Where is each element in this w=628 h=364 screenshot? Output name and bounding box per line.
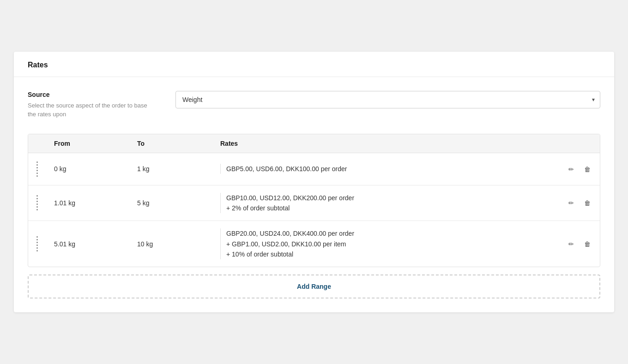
source-section: Source Select the source aspect of the o…: [28, 91, 600, 119]
edit-button[interactable]: [567, 197, 576, 209]
rates-value: GBP5.00, USD6.00, DKK100.00 per order: [220, 164, 556, 174]
pencil-icon: [568, 199, 574, 207]
trash-icon: [584, 199, 591, 207]
row-actions: [556, 197, 592, 209]
col-header-drag: [36, 140, 54, 147]
to-value: 10 kg: [137, 240, 220, 248]
rates-card: Rates Source Select the source aspect of…: [14, 52, 614, 313]
table-row: 5.01 kg 10 kg GBP20.00, USD24.00, DKK400…: [28, 221, 600, 267]
rate-line-1: GBP20.00, USD24.00, DKK400.00 per order: [226, 230, 354, 237]
from-value: 5.01 kg: [54, 240, 137, 248]
col-header-to: To: [137, 140, 220, 147]
source-select[interactable]: Weight Price Quantity Volume: [175, 91, 600, 108]
row-actions: [556, 238, 592, 250]
from-value: 0 kg: [54, 165, 137, 173]
rate-line-1: GBP5.00, USD6.00, DKK100.00 per order: [226, 165, 347, 173]
drag-handle-icon[interactable]: [36, 235, 54, 252]
rate-line-3: + 10% of order subtotal: [226, 251, 293, 258]
rate-line-2: + GBP1.00, USD2.00, DKK10.00 per item: [226, 240, 346, 248]
trash-icon: [584, 240, 591, 248]
rate-line-1: GBP10.00, USD12.00, DKK200.00 per order: [226, 194, 354, 202]
drag-handle-icon[interactable]: [36, 161, 54, 178]
delete-button[interactable]: [582, 197, 592, 209]
pencil-icon: [568, 165, 574, 173]
col-header-rates: Rates: [220, 140, 556, 147]
source-select-wrapper: Weight Price Quantity Volume ▾: [175, 91, 600, 108]
source-description: Select the source aspect of the order to…: [28, 101, 157, 119]
rates-table: From To Rates 0 kg 1 kg GBP5.00, USD6.00…: [28, 134, 600, 268]
edit-button[interactable]: [567, 238, 576, 250]
source-label: Source: [28, 91, 157, 98]
table-row: 0 kg 1 kg GBP5.00, USD6.00, DKK100.00 pe…: [28, 153, 600, 185]
table-row: 1.01 kg 5 kg GBP10.00, USD12.00, DKK200.…: [28, 185, 600, 221]
card-body: Source Select the source aspect of the o…: [14, 77, 614, 313]
edit-button[interactable]: [567, 163, 576, 175]
rate-line-2: + 2% of order subtotal: [226, 204, 290, 212]
add-range-button[interactable]: Add Range: [28, 274, 600, 298]
to-value: 5 kg: [137, 199, 220, 207]
delete-button[interactable]: [582, 238, 592, 250]
card-header: Rates: [14, 52, 614, 77]
rates-value: GBP20.00, USD24.00, DKK400.00 per order …: [220, 228, 556, 259]
rates-value: GBP10.00, USD12.00, DKK200.00 per order …: [220, 193, 556, 214]
drag-handle-icon[interactable]: [36, 194, 54, 211]
pencil-icon: [568, 240, 574, 248]
trash-icon: [584, 165, 591, 173]
row-actions: [556, 163, 592, 175]
from-value: 1.01 kg: [54, 199, 137, 207]
col-header-from: From: [54, 140, 137, 147]
to-value: 1 kg: [137, 165, 220, 173]
table-header-row: From To Rates: [28, 134, 600, 153]
card-title: Rates: [28, 61, 600, 69]
delete-button[interactable]: [582, 163, 592, 175]
source-label-group: Source Select the source aspect of the o…: [28, 91, 157, 119]
col-header-actions: [556, 140, 592, 147]
